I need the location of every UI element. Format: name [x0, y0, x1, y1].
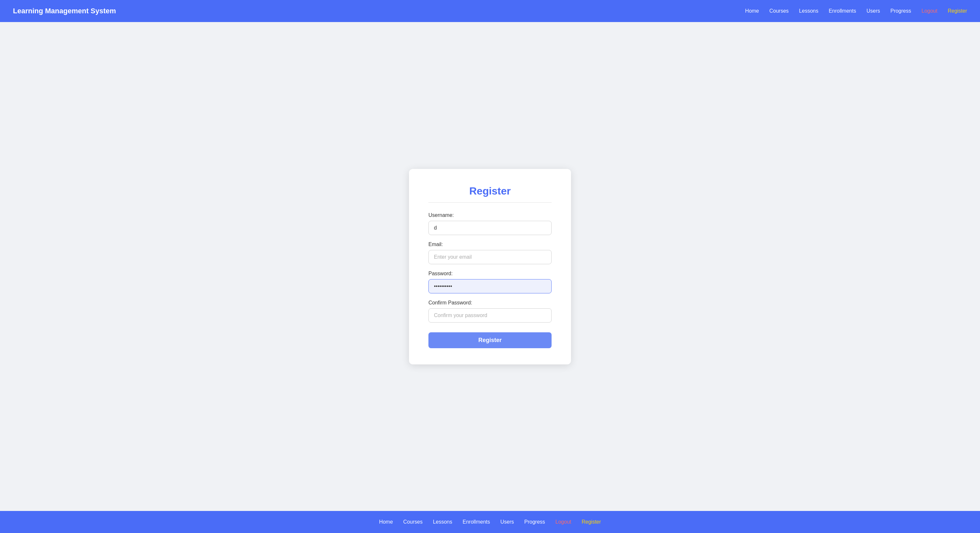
nav-link-logout[interactable]: Logout — [921, 8, 937, 14]
footer: Home Courses Lessons Enrollments Users P… — [0, 511, 980, 533]
username-label: Username: — [428, 212, 552, 218]
form-title: Register — [428, 185, 552, 197]
email-input[interactable] — [428, 250, 552, 264]
footer-link-register[interactable]: Register — [582, 519, 601, 525]
footer-link-lessons[interactable]: Lessons — [433, 519, 452, 525]
nav-link-users[interactable]: Users — [867, 8, 880, 14]
navbar-nav: Home Courses Lessons Enrollments Users P… — [745, 8, 967, 14]
footer-nav: Home Courses Lessons Enrollments Users P… — [379, 519, 601, 525]
footer-link-home[interactable]: Home — [379, 519, 393, 525]
footer-link-users[interactable]: Users — [500, 519, 514, 525]
confirm-password-group: Confirm Password: — [428, 300, 552, 322]
confirm-password-label: Confirm Password: — [428, 300, 552, 306]
footer-link-progress[interactable]: Progress — [524, 519, 545, 525]
username-input[interactable] — [428, 221, 552, 235]
nav-link-courses[interactable]: Courses — [769, 8, 789, 14]
footer-link-enrollments[interactable]: Enrollments — [463, 519, 490, 525]
register-button[interactable]: Register — [428, 332, 552, 348]
nav-link-home[interactable]: Home — [745, 8, 759, 14]
nav-link-lessons[interactable]: Lessons — [799, 8, 819, 14]
footer-link-courses[interactable]: Courses — [403, 519, 423, 525]
confirm-password-input[interactable] — [428, 308, 552, 322]
password-input[interactable] — [428, 279, 552, 294]
password-label: Password: — [428, 271, 552, 276]
nav-link-progress[interactable]: Progress — [890, 8, 911, 14]
navbar-brand[interactable]: Learning Management System — [13, 7, 116, 15]
title-divider — [428, 202, 552, 203]
username-group: Username: — [428, 212, 552, 235]
register-form: Username: Email: Password: Confirm Passw… — [428, 212, 552, 348]
password-group: Password: — [428, 271, 552, 294]
main-content: Register Username: Email: Password: Conf… — [0, 22, 980, 511]
navbar: Learning Management System Home Courses … — [0, 0, 980, 22]
footer-link-logout[interactable]: Logout — [555, 519, 571, 525]
register-card: Register Username: Email: Password: Conf… — [409, 169, 571, 364]
nav-link-enrollments[interactable]: Enrollments — [829, 8, 856, 14]
email-label: Email: — [428, 241, 552, 247]
email-group: Email: — [428, 241, 552, 264]
nav-link-register[interactable]: Register — [948, 8, 967, 14]
